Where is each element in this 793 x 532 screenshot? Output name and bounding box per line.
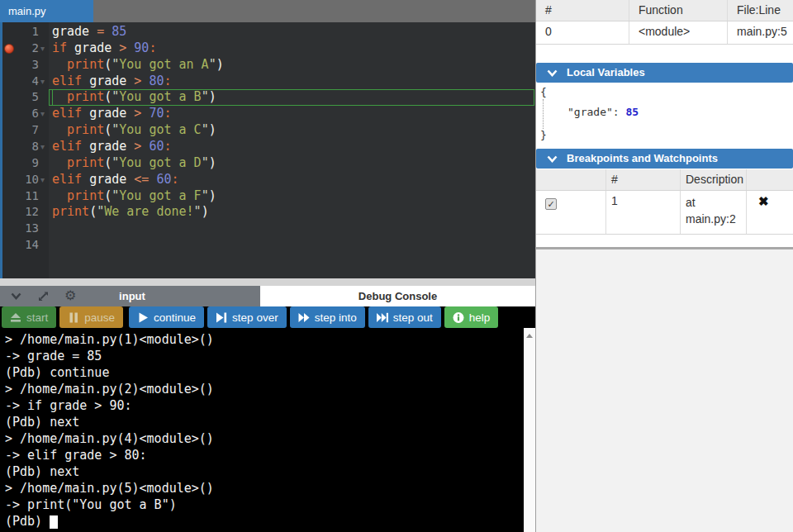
breakpoint-actions-cell: ✖ bbox=[747, 191, 793, 234]
delete-breakpoint-icon[interactable]: ✖ bbox=[758, 194, 769, 209]
breakpoints-section-header[interactable]: Breakpoints and Watchpoints bbox=[536, 149, 793, 169]
line-number[interactable]: 14 bbox=[2, 237, 39, 254]
call-stack-frame-row[interactable]: 0 <module> main.py:5 bbox=[536, 21, 793, 45]
code-text: print("You got a F") bbox=[52, 188, 216, 205]
chevron-down-icon bbox=[547, 154, 558, 164]
code-editor[interactable]: 1grade = 852▾if grade > 90:3 print("You … bbox=[0, 22, 535, 278]
console-line: (Pdb) next bbox=[5, 463, 524, 480]
pause-button[interactable]: pause bbox=[59, 306, 123, 328]
line-number[interactable]: 12 bbox=[2, 204, 39, 221]
code-text: print("We are done!") bbox=[52, 204, 209, 221]
console-line: (Pdb) bbox=[5, 513, 524, 530]
fold-caret-icon[interactable]: ▾ bbox=[40, 40, 45, 57]
breakpoint-description-line: at bbox=[686, 194, 746, 211]
eject-icon bbox=[10, 311, 21, 324]
line-number[interactable]: 7 bbox=[2, 122, 39, 139]
code-line-6[interactable]: 6▾elif grade > 70: bbox=[2, 106, 535, 122]
code-text: elif grade > 80: bbox=[52, 74, 172, 90]
line-number[interactable]: 8 bbox=[2, 139, 39, 155]
console-scrollbar[interactable] bbox=[524, 328, 535, 532]
code-line-13[interactable]: 13 bbox=[2, 221, 535, 237]
json-open-brace: { bbox=[540, 86, 547, 98]
line-number[interactable]: 9 bbox=[2, 155, 39, 172]
fold-caret-icon[interactable]: ▾ bbox=[40, 172, 45, 188]
code-line-14[interactable]: 14 bbox=[2, 237, 535, 254]
code-line-9[interactable]: 9 print("You got a D") bbox=[2, 155, 535, 172]
code-text: print("You got an A") bbox=[52, 57, 224, 74]
tab-input[interactable]: input bbox=[91, 286, 173, 306]
continue-button[interactable]: continue bbox=[129, 306, 204, 328]
line-number[interactable]: 3 bbox=[2, 57, 39, 74]
console-line: -> grade = 85 bbox=[5, 348, 524, 364]
tab-debug-console[interactable]: Debug Console bbox=[260, 286, 535, 306]
line-number[interactable]: 11 bbox=[2, 188, 39, 205]
button-label: step over bbox=[232, 311, 278, 324]
console-line: -> print("You got a B") bbox=[5, 496, 524, 513]
step-into-icon bbox=[298, 311, 310, 324]
text-cursor bbox=[50, 515, 58, 529]
code-line-1[interactable]: 1grade = 85 bbox=[2, 24, 535, 40]
start-button[interactable]: start bbox=[2, 306, 56, 328]
code-text: elif grade > 60: bbox=[52, 139, 172, 155]
scroll-up-arrow-icon[interactable] bbox=[526, 334, 533, 338]
button-label: pause bbox=[84, 311, 115, 324]
tab-main-py[interactable]: main.py bbox=[0, 0, 93, 22]
button-label: help bbox=[469, 311, 491, 324]
chevron-down-icon[interactable] bbox=[10, 290, 22, 302]
play-icon bbox=[137, 311, 149, 324]
code-line-3[interactable]: 3 print("You got an A") bbox=[2, 57, 535, 74]
breakpoint-number: 1 bbox=[606, 191, 681, 234]
line-number[interactable]: 6 bbox=[2, 106, 39, 122]
gear-icon[interactable]: ⚙ bbox=[64, 287, 79, 304]
code-text: elif grade <= 60: bbox=[52, 172, 179, 188]
local-variables-section-header[interactable]: Local Variables bbox=[536, 63, 793, 83]
tree-guide-line bbox=[543, 99, 544, 129]
step-into-button[interactable]: step into bbox=[290, 306, 365, 328]
debug-console-output[interactable]: > /home/main.py(1)<module>()-> grade = 8… bbox=[0, 328, 535, 532]
breakpoint-description-line: main.py:2 bbox=[686, 211, 746, 227]
help-button[interactable]: help bbox=[444, 306, 499, 328]
pause-icon bbox=[68, 311, 79, 324]
code-line-12[interactable]: 12print("We are done!") bbox=[2, 204, 535, 221]
code-line-5[interactable]: 5 print("You got a B") bbox=[2, 89, 535, 106]
right-pane-empty-area bbox=[536, 249, 793, 532]
step-over-button[interactable]: step over bbox=[207, 306, 287, 328]
step-out-button[interactable]: step out bbox=[368, 306, 441, 328]
variable-name: "grade": bbox=[567, 106, 625, 118]
editor-tab-bar: main.py bbox=[0, 0, 535, 22]
console-line: > /home/main.py(4)<module>() bbox=[5, 430, 524, 447]
console-line: -> elif grade > 80: bbox=[5, 447, 524, 463]
line-number[interactable]: 5 bbox=[2, 89, 39, 106]
breakpoints-col-number: # bbox=[606, 169, 681, 190]
console-line: > /home/main.py(2)<module>() bbox=[5, 381, 524, 397]
breakpoint-enabled-checkbox[interactable]: ✓ bbox=[545, 198, 557, 210]
button-label: step out bbox=[393, 311, 433, 324]
line-number[interactable]: 1 bbox=[2, 24, 39, 40]
code-line-2[interactable]: 2▾if grade > 90: bbox=[2, 40, 535, 57]
editor-left-accent bbox=[0, 22, 2, 306]
right-pane: # Function File:Line 0 <module> main.py:… bbox=[535, 0, 793, 532]
code-text: grade = 85 bbox=[52, 24, 126, 40]
breakpoint-enabled-cell: ✓ bbox=[536, 191, 606, 234]
local-variables-view: { "grade": 85 } bbox=[536, 83, 793, 149]
button-label: continue bbox=[154, 311, 196, 324]
breakpoint-dot[interactable] bbox=[4, 44, 14, 54]
fold-caret-icon[interactable]: ▾ bbox=[40, 106, 45, 122]
horizontal-resize-handle[interactable] bbox=[0, 278, 535, 286]
expand-icon[interactable] bbox=[37, 290, 50, 302]
breakpoints-col-enabled bbox=[536, 169, 606, 190]
code-line-8[interactable]: 8▾elif grade > 60: bbox=[2, 139, 535, 155]
step-out-icon bbox=[377, 311, 388, 324]
code-line-10[interactable]: 10▾elif grade <= 60: bbox=[2, 172, 535, 188]
line-number[interactable]: 13 bbox=[2, 221, 39, 237]
fold-caret-icon[interactable]: ▾ bbox=[40, 139, 45, 155]
line-number[interactable]: 10 bbox=[2, 172, 39, 188]
code-line-7[interactable]: 7 print("You got a C") bbox=[2, 122, 535, 139]
line-number[interactable]: 4 bbox=[2, 74, 39, 90]
code-line-11[interactable]: 11 print("You got a F") bbox=[2, 188, 535, 205]
code-line-4[interactable]: 4▾elif grade > 80: bbox=[2, 74, 535, 90]
fold-caret-icon[interactable]: ▾ bbox=[40, 74, 45, 90]
button-label: step into bbox=[315, 311, 357, 324]
debugger-app: main.py 1grade = 852▾if grade > 90:3 pri… bbox=[0, 0, 793, 532]
info-icon bbox=[453, 311, 464, 324]
